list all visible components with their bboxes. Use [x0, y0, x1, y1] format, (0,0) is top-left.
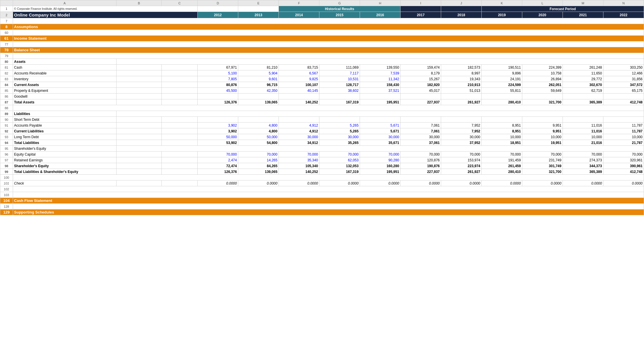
year-2013: 2013	[238, 12, 279, 18]
ca-2021: 302,670	[563, 82, 603, 88]
row-101-check: 101 Check 0.0000 0.0000 0.0000 0.0000 0.…	[0, 180, 644, 186]
ar-2022: 12,466	[603, 70, 644, 76]
ppe-2014: 40,145	[279, 88, 319, 94]
tl-2017: 37,061	[401, 140, 441, 146]
std-2018	[441, 117, 482, 123]
re-2012: 2,474	[198, 157, 238, 163]
r80-empty	[117, 59, 644, 65]
row-60: 60	[0, 30, 644, 36]
ppe-2018: 51,013	[441, 88, 482, 94]
r92-b	[117, 128, 162, 134]
chk-2019: 0.0000	[482, 180, 522, 186]
corner-cell	[0, 0, 13, 6]
r96-c	[161, 152, 197, 157]
cl-2014: 4,912	[279, 128, 319, 134]
tl-2016: 35,671	[360, 140, 401, 146]
ar-2012: 5,100	[198, 70, 238, 76]
inv-2021: 29,772	[563, 76, 603, 82]
row-num-128: 128	[0, 204, 13, 209]
r93-c	[161, 134, 197, 140]
row-96-ec: 96 Equity Capital 70,000 70,000 70,000 7…	[0, 152, 644, 157]
row-num-84: 84	[0, 82, 13, 88]
row-91-ap: 91 Accounts Payable 3,902 4,800 4,912 5,…	[0, 123, 644, 128]
tle-2019: 280,410	[482, 169, 522, 175]
model-title: Online Company Inc Model	[13, 12, 198, 18]
std-2021	[563, 117, 603, 123]
tl-2019: 18,951	[482, 140, 522, 146]
se-2015: 132,053	[319, 163, 360, 169]
chk-2012: 0.0000	[198, 180, 238, 186]
chk-2014: 0.0000	[279, 180, 319, 186]
row-128: 128	[0, 204, 644, 209]
r89-empty	[117, 111, 644, 117]
col-i-header: I	[401, 0, 441, 6]
cl-2017: 7,061	[401, 128, 441, 134]
current-assets-label: Current Assets	[13, 82, 117, 88]
col-n-header: N	[603, 0, 644, 6]
chk-2021: 0.0000	[563, 180, 603, 186]
cl-2012: 3,902	[198, 128, 238, 134]
r86-b	[117, 94, 162, 99]
cash-2021: 261,248	[563, 65, 603, 70]
cash-2012: 67,971	[198, 65, 238, 70]
cash-2018: 182,573	[441, 65, 482, 70]
row-num-99: 99	[0, 169, 13, 175]
se-2018: 223,974	[441, 163, 482, 169]
inventory-label: Inventory	[13, 76, 117, 82]
row-97-re: 97 Retained Earnings 2,474 14,265 35,340…	[0, 157, 644, 163]
balance-sheet-label: Balance Sheet	[13, 47, 644, 53]
ap-2012: 3,902	[198, 123, 238, 128]
row-num-95: 95	[0, 146, 13, 152]
ltd-2015: 30,000	[319, 134, 360, 140]
row-num-81: 81	[0, 65, 13, 70]
inv-2012: 7,805	[198, 76, 238, 82]
ltd-2020: 10,000	[522, 134, 563, 140]
ppe-2015: 38,602	[319, 88, 360, 94]
r101-b	[117, 180, 162, 186]
ec-2013: 70,000	[238, 152, 279, 157]
col-m-header: M	[563, 0, 603, 6]
re-2021: 274,373	[563, 157, 603, 163]
ltd-2013: 50,000	[238, 134, 279, 140]
r79-empty	[13, 53, 644, 59]
std-2019	[482, 117, 522, 123]
re-2017: 120,876	[401, 157, 441, 163]
row-num-83: 83	[0, 76, 13, 82]
tle-2016: 195,951	[360, 169, 401, 175]
ltd-2022: 10,000	[603, 134, 644, 140]
gw-2012	[198, 94, 238, 99]
row-num-60: 60	[0, 30, 13, 36]
row-94-total-liab: 94 Total Liabilities 53,902 54,800 34,91…	[0, 140, 644, 146]
ltd-2016: 30,000	[360, 134, 401, 140]
col-a-header: A	[13, 0, 117, 6]
col-h-header: H	[360, 0, 401, 6]
gw-2014	[279, 94, 319, 99]
r102-empty	[13, 186, 644, 192]
cash-2019: 190,511	[482, 65, 522, 70]
r98-b	[117, 163, 162, 169]
tl-2021: 21,016	[563, 140, 603, 146]
row-num-79: 79	[0, 53, 13, 59]
col-g-header: G	[319, 0, 360, 6]
re-2019: 191,459	[482, 157, 522, 163]
row-num-98: 98	[0, 163, 13, 169]
cl-2013: 4,800	[238, 128, 279, 134]
ltd-2021: 10,000	[563, 134, 603, 140]
row-85-ppe: 85 Property & Equipment 45,500 42,350 40…	[0, 88, 644, 94]
gw-2019	[482, 94, 522, 99]
tl-2020: 19,951	[522, 140, 563, 146]
std-2013	[238, 117, 279, 123]
total-le-label: Total Liabilities & Shareholder's Equity	[13, 169, 117, 175]
ap-2016: 5,671	[360, 123, 401, 128]
inv-2015: 10,531	[319, 76, 360, 82]
cash-2016: 139,550	[360, 65, 401, 70]
ar-2021: 11,650	[563, 70, 603, 76]
row-num-1: 1	[0, 6, 13, 12]
ta-2016: 195,951	[360, 99, 401, 105]
r60-empty	[13, 30, 644, 36]
r81-c	[161, 65, 197, 70]
row-87-total-assets: 87 Total Assets 126,376 139,065 140,252 …	[0, 99, 644, 105]
cl-2022: 11,787	[603, 128, 644, 134]
year-2017: 2017	[401, 12, 441, 18]
tle-2014: 140,252	[279, 169, 319, 175]
